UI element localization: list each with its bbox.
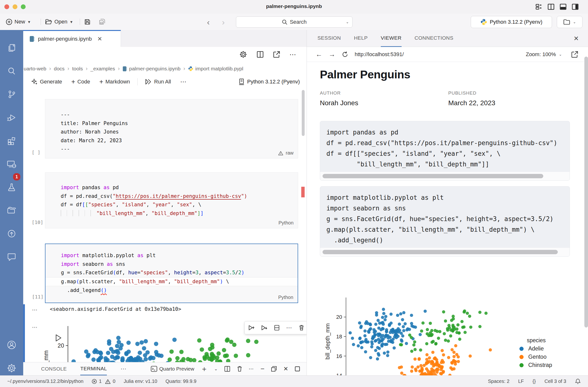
customize-layout-icon[interactable] bbox=[535, 3, 543, 10]
code-line[interactable]: --- bbox=[45, 145, 298, 154]
sidebar-item-run-debug[interactable] bbox=[0, 107, 23, 129]
breadcrumb-item[interactable]: palmer-penguins.ipynb bbox=[123, 66, 180, 72]
toggle-secondary-sidebar-icon[interactable] bbox=[571, 3, 579, 10]
close-tab-icon[interactable]: ✕ bbox=[97, 36, 102, 42]
code-scrollbar[interactable] bbox=[320, 172, 570, 180]
tab-viewer[interactable]: VIEWER bbox=[381, 30, 401, 47]
code-line[interactable]: import pandas as pd bbox=[45, 183, 298, 192]
workspace-folder-button[interactable]: ⌄ bbox=[557, 16, 582, 28]
more-notebook-actions[interactable]: ⋯ bbox=[177, 76, 190, 87]
breadcrumb-item[interactable]: uarto-web bbox=[24, 66, 46, 72]
toggle-panel-icon[interactable] bbox=[560, 3, 567, 10]
code-line[interactable]: "bill_length_mm", "bill_depth_mm"]] bbox=[45, 209, 298, 218]
interpreter-selector[interactable]: Python 3.12.2 (Pyenv) bbox=[471, 16, 552, 28]
sidebar-item-folders[interactable] bbox=[0, 199, 23, 222]
save-all-button[interactable] bbox=[99, 16, 106, 27]
open-external-icon[interactable] bbox=[273, 51, 280, 58]
generate-button[interactable]: Generate bbox=[28, 76, 65, 87]
code-line[interactable]: df = pd.read_csv("https://pos.it/palmer-… bbox=[45, 192, 298, 201]
notebook-settings-gear-icon[interactable] bbox=[239, 50, 247, 59]
tab-session[interactable]: SESSION bbox=[317, 30, 341, 47]
terminal-dropdown-icon[interactable]: ⌄ bbox=[214, 366, 218, 371]
code-scrollbar[interactable] bbox=[320, 247, 570, 256]
minimize-panel-icon[interactable]: − bbox=[261, 365, 265, 373]
python-interpreter-path[interactable]: ~/.pyenv/versions/3.12.2/bin/python bbox=[7, 379, 84, 384]
tab-console[interactable]: CONSOLE bbox=[41, 363, 67, 375]
save-button[interactable] bbox=[84, 16, 91, 27]
cell-language-label[interactable]: Python bbox=[278, 220, 294, 226]
notebook-cell[interactable]: ---title: Palmer Penguinsauthor: Norah J… bbox=[45, 99, 298, 158]
restore-panel-icon[interactable] bbox=[271, 366, 277, 372]
code-line[interactable]: g = sns.FacetGrid(df, hue="species", hei… bbox=[45, 268, 298, 277]
more-panel-actions-icon[interactable]: ⋯ bbox=[249, 366, 254, 372]
quarto-preview-terminal[interactable]: Quarto Preview bbox=[151, 366, 194, 372]
code-line[interactable]: import seaborn as sns bbox=[45, 260, 298, 269]
search-input[interactable]: Search ⌄ bbox=[236, 17, 353, 28]
output-collapse-handle[interactable]: ⋯ bbox=[32, 307, 38, 313]
cell-language-label[interactable]: raw bbox=[278, 150, 294, 156]
breadcrumb-item[interactable]: docs bbox=[54, 66, 64, 72]
cell-position-indicator[interactable]: Cell 3 of 3 bbox=[545, 379, 566, 384]
viewer-zoom-control[interactable]: Zoom: 100%⌄ bbox=[526, 51, 562, 58]
code-line[interactable]: --- bbox=[45, 110, 298, 119]
sidebar-item-remote-explorer[interactable] bbox=[0, 153, 23, 175]
sidebar-item-search[interactable] bbox=[0, 60, 23, 82]
new-file-button[interactable]: New▼ bbox=[6, 16, 31, 27]
viewer-url[interactable]: http://localhost:5391/ bbox=[355, 51, 404, 58]
add-markdown-cell-button[interactable]: +Markdown bbox=[96, 76, 133, 87]
code-line[interactable]: .add_legend() bbox=[45, 286, 298, 295]
split-editor-layout-icon[interactable] bbox=[547, 3, 555, 10]
language-mode-indicator[interactable]: {} bbox=[533, 379, 536, 384]
split-editor-icon[interactable] bbox=[256, 51, 264, 58]
code-line[interactable]: df = df[["species", "island", "year", "s… bbox=[45, 200, 298, 209]
indentation-indicator[interactable]: Spaces: 2 bbox=[488, 379, 509, 384]
sidebar-item-explorer[interactable] bbox=[0, 37, 23, 59]
account-button[interactable] bbox=[0, 334, 23, 356]
breadcrumb[interactable]: uarto-web›docs›tools›_examples›palmer-pe… bbox=[23, 63, 307, 74]
viewer-forward-icon[interactable]: → bbox=[329, 51, 335, 58]
code-line[interactable]: author: Norah Jones bbox=[45, 128, 298, 136]
kill-terminal-icon[interactable] bbox=[237, 366, 243, 372]
code-line[interactable]: title: Palmer Penguins bbox=[45, 119, 298, 128]
breadcrumb-item[interactable]: tools bbox=[72, 66, 83, 72]
viewer-open-external-icon[interactable] bbox=[571, 51, 578, 58]
code-line[interactable]: date: March 22, 2023 bbox=[45, 136, 298, 145]
viewer-back-icon[interactable]: ← bbox=[315, 51, 322, 58]
viewer-scrollbar-thumb[interactable] bbox=[584, 57, 588, 327]
problems-indicator[interactable]: 1 0 bbox=[92, 379, 115, 384]
sidebar-item-source-control[interactable] bbox=[0, 83, 23, 106]
viewer-reload-icon[interactable] bbox=[342, 51, 348, 58]
more-actions-icon[interactable]: ⋯ bbox=[289, 51, 297, 59]
julia-env-indicator[interactable]: Julia env: v1.10 bbox=[124, 379, 157, 384]
breadcrumb-item[interactable]: import matplotlib.pypl bbox=[188, 66, 243, 72]
sidebar-item-publish[interactable] bbox=[0, 222, 23, 245]
cell-language-label[interactable]: Python bbox=[278, 295, 293, 300]
close-secondary-panel-icon[interactable]: ✕ bbox=[573, 35, 579, 42]
maximize-panel-icon[interactable] bbox=[294, 366, 300, 372]
eol-indicator[interactable]: LF bbox=[518, 379, 524, 384]
add-code-cell-button[interactable]: +Code bbox=[68, 76, 93, 87]
more-panel-tabs[interactable]: ⋯ bbox=[120, 363, 127, 375]
tab-terminal[interactable]: TERMINAL bbox=[80, 363, 107, 375]
navigate-back-button[interactable]: ‹ bbox=[207, 17, 210, 27]
new-terminal-button[interactable]: ＋ bbox=[200, 364, 208, 374]
code-line[interactable]: g.map(plt.scatter, "bill_length_mm", "bi… bbox=[45, 277, 298, 286]
kernel-selector[interactable]: Python 3.12.2 (Pyenv) bbox=[238, 78, 300, 85]
close-panel-icon[interactable]: ✕ bbox=[283, 366, 288, 372]
tab-help[interactable]: HELP bbox=[354, 30, 368, 47]
sidebar-item-extensions[interactable] bbox=[0, 130, 23, 152]
quarto-version-indicator[interactable]: Quarto: 99.9.9 bbox=[165, 379, 196, 384]
notebook-cell[interactable]: import pandas as pddf = pd.read_csv("htt… bbox=[45, 172, 298, 228]
breadcrumb-item[interactable]: _examples bbox=[90, 66, 115, 72]
navigate-forward-button[interactable]: › bbox=[222, 17, 225, 27]
split-terminal-icon[interactable] bbox=[224, 366, 231, 372]
notebook-cell[interactable]: import matplotlib.pyplot as pltimport se… bbox=[45, 244, 298, 303]
notifications-bell-icon[interactable] bbox=[575, 378, 581, 385]
run-all-button[interactable]: Run All bbox=[142, 76, 174, 87]
sidebar-item-comments[interactable] bbox=[0, 246, 23, 268]
tab-palmer-penguins[interactable]: palmer-penguins.ipynb ✕ bbox=[23, 30, 121, 47]
code-line[interactable]: import matplotlib.pyplot as plt bbox=[45, 251, 298, 260]
editor-scrollbar-thumb[interactable] bbox=[302, 90, 305, 136]
open-file-button[interactable]: Open▼ bbox=[45, 16, 73, 27]
tab-connections[interactable]: CONNECTIONS bbox=[415, 30, 454, 47]
